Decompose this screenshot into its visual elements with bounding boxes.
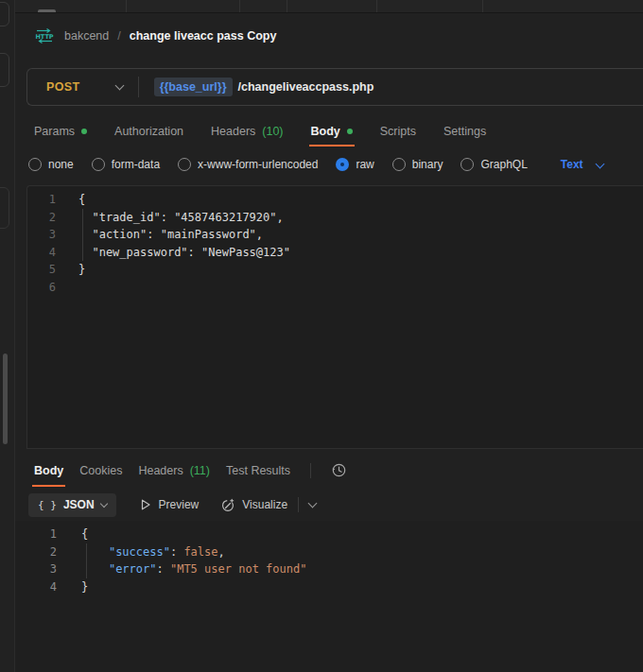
radio-icon[interactable] [461, 158, 474, 171]
tab-label: Headers [211, 125, 255, 138]
code-line-content: { [57, 526, 88, 543]
code-line-content: "success": false, [57, 543, 225, 561]
headers-count: (10) [262, 125, 283, 138]
status-dot [347, 129, 353, 134]
tab-settings[interactable]: Settings [443, 115, 486, 146]
sidebar-scrollbar[interactable] [3, 353, 8, 444]
collection-name[interactable]: bakcend [64, 29, 109, 43]
mode-form-data[interactable]: form-data [92, 158, 160, 171]
code-line-content: { [56, 191, 85, 209]
tab-label: Settings [443, 125, 486, 138]
code-line: 3 "error": "MT5 user not found" [15, 560, 643, 578]
request-name[interactable]: change liveacc pass Copy [130, 29, 277, 43]
code-line: 2 "success": false, [15, 543, 643, 561]
radio-selected-icon[interactable] [336, 158, 349, 171]
code-line: 1{ [27, 191, 643, 209]
divider [138, 77, 139, 97]
mode-x-www-form-urlencoded[interactable]: x-www-form-urlencoded [178, 158, 318, 171]
response-tab-headers[interactable]: Headers (11) [138, 454, 210, 487]
tab-label: Cookies [79, 464, 122, 477]
tab-divider [239, 0, 240, 12]
preview-label: Preview [159, 498, 200, 511]
mode-label: form-data [112, 158, 160, 171]
mode-none[interactable]: none [28, 158, 74, 171]
line-number: 5 [27, 261, 56, 279]
mode-label: none [48, 158, 74, 171]
response-tab-test-results[interactable]: Test Results [226, 454, 290, 487]
url-input[interactable]: /changeliveaccpass.php [238, 80, 374, 94]
tab-label: Body [34, 464, 63, 477]
env-variable-chip[interactable]: {{base_url}} [154, 78, 233, 96]
mode-label: raw [356, 158, 374, 171]
body-mode-selector: none form-data x-www-form-urlencoded raw… [15, 147, 643, 181]
chevron-down-icon[interactable] [114, 81, 124, 91]
response-body-viewer[interactable]: 1{2 "success": false,3 "error": "MT5 use… [15, 521, 643, 672]
tab-scripts[interactable]: Scripts [380, 115, 416, 146]
response-history-button[interactable] [331, 462, 347, 478]
mode-graphql[interactable]: GraphQL [461, 158, 527, 171]
visualize-button[interactable]: Visualize [221, 498, 287, 512]
mode-binary[interactable]: binary [392, 158, 443, 171]
tab-body[interactable]: Body [311, 115, 353, 146]
code-line: 2 "trade_id": "4587463217920", [27, 209, 643, 227]
code-line-content: "error": "MT5 user not found" [57, 560, 306, 578]
svg-text:HTTP: HTTP [35, 33, 53, 41]
request-url-bar: POST {{base_url}} /changeliveaccpass.php [26, 68, 643, 106]
workspace-tab-strip[interactable] [15, 0, 643, 13]
sidebar-fragment [0, 2, 9, 26]
visualize-wand-icon [221, 498, 235, 512]
line-number: 1 [15, 526, 57, 543]
line-number: 1 [27, 191, 56, 209]
mode-label: GraphQL [480, 158, 527, 171]
tab-label: Scripts [380, 125, 416, 138]
collapsed-sidebar[interactable] [0, 0, 15, 672]
request-tabs: Params Authorization Headers (10) Body S… [15, 115, 643, 146]
radio-icon[interactable] [178, 158, 191, 171]
code-line: 6 [27, 279, 643, 297]
line-number: 3 [27, 226, 56, 244]
tab-divider [287, 0, 287, 12]
breadcrumb: HTTP bakcend / change liveacc pass Copy [15, 13, 643, 59]
postman-window: HTTP bakcend / change liveacc pass Copy … [0, 0, 643, 672]
line-number: 4 [27, 244, 56, 262]
tab-headers[interactable]: Headers (10) [211, 115, 283, 146]
preview-button[interactable]: Preview [139, 498, 200, 511]
tab-divider [126, 0, 127, 12]
radio-icon[interactable] [28, 158, 42, 171]
preview-play-icon [139, 498, 152, 511]
divider [310, 463, 311, 478]
chevron-down-icon[interactable] [308, 499, 318, 508]
active-tab-fragment [38, 9, 56, 12]
response-tab-cookies[interactable]: Cookies [79, 454, 122, 487]
code-line-content: "action": "mainPassword", [56, 226, 263, 244]
format-label: JSON [63, 498, 95, 511]
radio-icon[interactable] [92, 158, 105, 171]
language-dropdown[interactable]: Text [561, 158, 603, 171]
response-tab-body[interactable]: Body [34, 454, 63, 487]
code-line: 5} [27, 261, 643, 279]
braces-icon: { } [38, 499, 57, 511]
chevron-down-icon [99, 500, 107, 508]
language-label: Text [561, 158, 583, 171]
tab-label: Headers [138, 464, 182, 477]
code-line-content: } [57, 578, 88, 596]
response-format-dropdown[interactable]: { } JSON [28, 493, 116, 517]
mode-label: x-www-form-urlencoded [198, 158, 318, 171]
line-number: 6 [27, 279, 56, 297]
tab-label: Authorization [114, 125, 183, 138]
request-body-editor[interactable]: 1{2 "trade_id": "4587463217920",3 "actio… [26, 185, 643, 449]
tab-label: Body [311, 125, 340, 138]
tab-params[interactable]: Params [34, 115, 87, 146]
breadcrumb-separator: / [117, 29, 120, 43]
tab-authorization[interactable]: Authorization [114, 115, 183, 146]
sidebar-fragment [0, 53, 9, 87]
status-dot [81, 129, 87, 134]
radio-icon[interactable] [392, 158, 406, 171]
mode-raw[interactable]: raw [336, 158, 374, 171]
response-tabs: Body Cookies Headers (11) Test Results [15, 454, 643, 487]
sidebar-fragment [0, 187, 9, 229]
tab-divider [376, 0, 377, 12]
method-selector[interactable]: POST [46, 80, 80, 94]
code-line: 4} [15, 578, 643, 596]
line-number: 2 [27, 209, 56, 227]
